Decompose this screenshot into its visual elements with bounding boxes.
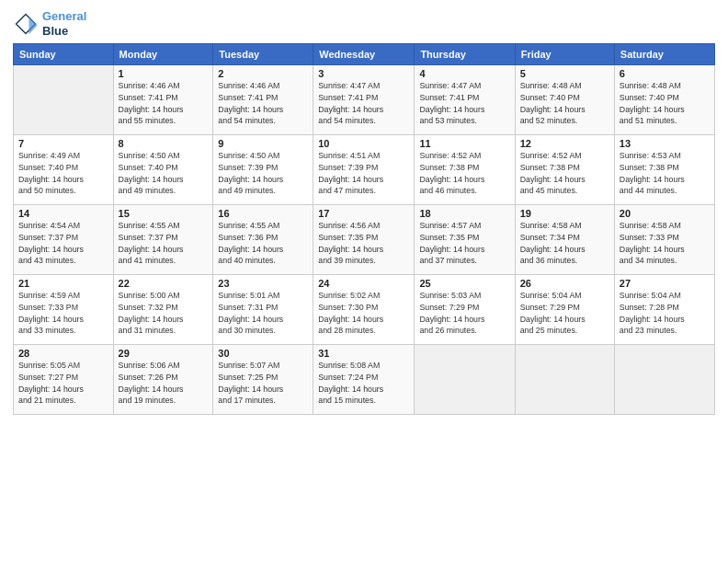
day-info: Sunrise: 4:48 AM Sunset: 7:40 PM Dayligh… (620, 80, 710, 127)
calendar-cell: 10Sunrise: 4:51 AM Sunset: 7:39 PM Dayli… (313, 135, 415, 205)
day-number: 10 (318, 138, 409, 149)
calendar-week-row: 1Sunrise: 4:46 AM Sunset: 7:41 PM Daylig… (14, 65, 715, 135)
day-number: 2 (218, 68, 308, 79)
calendar-week-row: 21Sunrise: 4:59 AM Sunset: 7:33 PM Dayli… (14, 275, 715, 345)
weekday-header: Saturday (614, 44, 714, 65)
calendar-cell: 29Sunrise: 5:06 AM Sunset: 7:26 PM Dayli… (113, 345, 213, 415)
day-info: Sunrise: 4:50 AM Sunset: 7:40 PM Dayligh… (119, 150, 209, 197)
calendar-cell: 14Sunrise: 4:54 AM Sunset: 7:37 PM Dayli… (14, 205, 114, 275)
day-info: Sunrise: 4:57 AM Sunset: 7:35 PM Dayligh… (419, 220, 509, 267)
weekday-header: Friday (515, 44, 614, 65)
calendar-cell: 3Sunrise: 4:47 AM Sunset: 7:41 PM Daylig… (313, 65, 415, 135)
day-info: Sunrise: 5:07 AM Sunset: 7:25 PM Dayligh… (218, 360, 308, 407)
calendar-cell: 27Sunrise: 5:04 AM Sunset: 7:28 PM Dayli… (614, 275, 714, 345)
day-number: 9 (218, 138, 308, 149)
day-number: 23 (218, 278, 308, 289)
day-info: Sunrise: 5:04 AM Sunset: 7:28 PM Dayligh… (620, 290, 710, 337)
day-number: 8 (119, 138, 209, 149)
day-info: Sunrise: 4:50 AM Sunset: 7:39 PM Dayligh… (218, 150, 308, 197)
page-container: General Blue SundayMondayTuesdayWednesda… (0, 0, 728, 563)
day-number: 29 (119, 348, 209, 359)
day-number: 18 (419, 208, 509, 219)
day-number: 25 (419, 278, 509, 289)
calendar-week-row: 7Sunrise: 4:49 AM Sunset: 7:40 PM Daylig… (14, 135, 715, 205)
day-number: 31 (318, 348, 409, 359)
weekday-header: Monday (113, 44, 213, 65)
weekday-header: Tuesday (213, 44, 313, 65)
day-info: Sunrise: 4:56 AM Sunset: 7:35 PM Dayligh… (318, 220, 409, 267)
calendar-cell: 6Sunrise: 4:48 AM Sunset: 7:40 PM Daylig… (614, 65, 714, 135)
day-number: 13 (620, 138, 710, 149)
day-info: Sunrise: 5:03 AM Sunset: 7:29 PM Dayligh… (419, 290, 509, 337)
weekday-header: Thursday (415, 44, 515, 65)
calendar-week-row: 14Sunrise: 4:54 AM Sunset: 7:37 PM Dayli… (14, 205, 715, 275)
calendar-cell: 17Sunrise: 4:56 AM Sunset: 7:35 PM Dayli… (313, 205, 415, 275)
calendar-cell: 30Sunrise: 5:07 AM Sunset: 7:25 PM Dayli… (213, 345, 313, 415)
calendar-cell (14, 65, 114, 135)
calendar-cell: 31Sunrise: 5:08 AM Sunset: 7:24 PM Dayli… (313, 345, 415, 415)
calendar-cell: 8Sunrise: 4:50 AM Sunset: 7:40 PM Daylig… (113, 135, 213, 205)
day-info: Sunrise: 4:52 AM Sunset: 7:38 PM Dayligh… (419, 150, 509, 197)
day-info: Sunrise: 4:46 AM Sunset: 7:41 PM Dayligh… (218, 80, 308, 127)
day-number: 15 (119, 208, 209, 219)
calendar-cell: 5Sunrise: 4:48 AM Sunset: 7:40 PM Daylig… (515, 65, 614, 135)
day-info: Sunrise: 5:02 AM Sunset: 7:30 PM Dayligh… (318, 290, 409, 337)
day-number: 14 (18, 208, 108, 219)
calendar-table: SundayMondayTuesdayWednesdayThursdayFrid… (13, 43, 715, 415)
calendar-cell: 24Sunrise: 5:02 AM Sunset: 7:30 PM Dayli… (313, 275, 415, 345)
day-number: 7 (18, 138, 108, 149)
day-number: 3 (318, 68, 409, 79)
day-number: 4 (419, 68, 509, 79)
day-number: 1 (119, 68, 209, 79)
day-number: 26 (520, 278, 609, 289)
calendar-cell: 11Sunrise: 4:52 AM Sunset: 7:38 PM Dayli… (415, 135, 515, 205)
calendar-cell: 13Sunrise: 4:53 AM Sunset: 7:38 PM Dayli… (614, 135, 714, 205)
calendar-cell: 25Sunrise: 5:03 AM Sunset: 7:29 PM Dayli… (415, 275, 515, 345)
calendar-cell (614, 345, 714, 415)
calendar-cell: 28Sunrise: 5:05 AM Sunset: 7:27 PM Dayli… (14, 345, 114, 415)
day-info: Sunrise: 4:48 AM Sunset: 7:40 PM Dayligh… (520, 80, 609, 127)
day-number: 30 (218, 348, 308, 359)
day-info: Sunrise: 5:05 AM Sunset: 7:27 PM Dayligh… (18, 360, 108, 407)
calendar-cell: 12Sunrise: 4:52 AM Sunset: 7:38 PM Dayli… (515, 135, 614, 205)
day-number: 5 (520, 68, 609, 79)
day-number: 6 (620, 68, 710, 79)
calendar-cell: 4Sunrise: 4:47 AM Sunset: 7:41 PM Daylig… (415, 65, 515, 135)
calendar-cell: 7Sunrise: 4:49 AM Sunset: 7:40 PM Daylig… (14, 135, 114, 205)
day-info: Sunrise: 5:06 AM Sunset: 7:26 PM Dayligh… (119, 360, 209, 407)
logo: General Blue (13, 9, 86, 38)
calendar-cell: 20Sunrise: 4:58 AM Sunset: 7:33 PM Dayli… (614, 205, 714, 275)
day-number: 22 (119, 278, 209, 289)
calendar-cell: 19Sunrise: 4:58 AM Sunset: 7:34 PM Dayli… (515, 205, 614, 275)
day-number: 21 (18, 278, 108, 289)
logo-icon (13, 11, 39, 37)
day-number: 24 (318, 278, 409, 289)
logo-text: General Blue (42, 9, 86, 38)
day-number: 11 (419, 138, 509, 149)
calendar-cell: 9Sunrise: 4:50 AM Sunset: 7:39 PM Daylig… (213, 135, 313, 205)
svg-marker-1 (29, 16, 38, 34)
day-info: Sunrise: 4:51 AM Sunset: 7:39 PM Dayligh… (318, 150, 409, 197)
day-info: Sunrise: 4:55 AM Sunset: 7:37 PM Dayligh… (119, 220, 209, 267)
calendar-cell: 2Sunrise: 4:46 AM Sunset: 7:41 PM Daylig… (213, 65, 313, 135)
day-info: Sunrise: 5:00 AM Sunset: 7:32 PM Dayligh… (119, 290, 209, 337)
calendar-cell: 21Sunrise: 4:59 AM Sunset: 7:33 PM Dayli… (14, 275, 114, 345)
calendar-cell (415, 345, 515, 415)
day-number: 28 (18, 348, 108, 359)
calendar-cell: 1Sunrise: 4:46 AM Sunset: 7:41 PM Daylig… (113, 65, 213, 135)
calendar-cell: 22Sunrise: 5:00 AM Sunset: 7:32 PM Dayli… (113, 275, 213, 345)
day-info: Sunrise: 4:47 AM Sunset: 7:41 PM Dayligh… (419, 80, 509, 127)
day-info: Sunrise: 4:46 AM Sunset: 7:41 PM Dayligh… (119, 80, 209, 127)
day-number: 27 (620, 278, 710, 289)
day-number: 20 (620, 208, 710, 219)
calendar-cell (515, 345, 614, 415)
weekday-header: Wednesday (313, 44, 415, 65)
day-number: 17 (318, 208, 409, 219)
day-info: Sunrise: 4:47 AM Sunset: 7:41 PM Dayligh… (318, 80, 409, 127)
day-number: 19 (520, 208, 609, 219)
weekday-header: Sunday (14, 44, 114, 65)
day-info: Sunrise: 4:58 AM Sunset: 7:33 PM Dayligh… (620, 220, 710, 267)
calendar-cell: 23Sunrise: 5:01 AM Sunset: 7:31 PM Dayli… (213, 275, 313, 345)
day-info: Sunrise: 4:49 AM Sunset: 7:40 PM Dayligh… (18, 150, 108, 197)
day-info: Sunrise: 4:55 AM Sunset: 7:36 PM Dayligh… (218, 220, 308, 267)
